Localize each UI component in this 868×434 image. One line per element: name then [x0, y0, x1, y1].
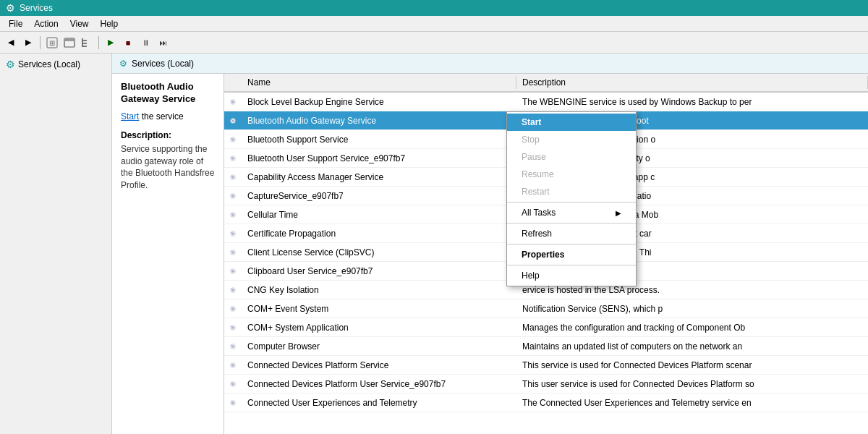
tree-button[interactable]	[79, 35, 95, 51]
pause-button[interactable]: ⏸	[137, 35, 153, 51]
table-row[interactable]: Block Level Backup Engine Service The WB…	[224, 93, 868, 111]
service-name: COM+ Event System	[242, 302, 516, 315]
service-icon-cell	[224, 114, 242, 128]
svg-point-56	[231, 383, 232, 383]
svg-point-20	[231, 157, 232, 158]
svg-point-25	[232, 195, 234, 197]
context-menu-item-stop: Stop	[507, 131, 636, 148]
table-row[interactable]: COM+ Event System Notification Service (…	[224, 299, 868, 318]
th-description[interactable]: Description	[516, 76, 868, 89]
service-icon-cell	[224, 151, 242, 166]
stop-button[interactable]: ■	[120, 35, 136, 51]
context-menu-item-restart: Restart	[507, 183, 636, 200]
svg-point-23	[231, 176, 232, 176]
toolbar: ◀ ▶ ⊞ ▶ ■ ⏸ ⏭	[0, 32, 868, 54]
service-name: Certificate Propagation	[242, 227, 516, 240]
svg-point-41	[231, 289, 232, 289]
context-menu-separator	[507, 265, 636, 265]
service-icon-cell	[224, 226, 242, 241]
service-name: Client License Service (ClipSVC)	[242, 246, 516, 259]
nav-panel: ⚙ Services (Local)	[0, 54, 112, 434]
svg-point-59	[231, 401, 232, 402]
svg-point-35	[231, 251, 232, 252]
service-name: Capability Access Manager Service	[242, 171, 516, 184]
service-icon-cell	[224, 358, 242, 373]
svg-point-43	[232, 307, 234, 310]
service-name: Bluetooth Support Service	[242, 133, 516, 146]
service-icon-cell	[224, 189, 242, 203]
info-panel-desc-label: Description:	[121, 130, 215, 140]
svg-point-44	[231, 307, 232, 308]
context-menu-item-properties[interactable]: Properties	[507, 246, 636, 263]
content-split: Bluetooth Audio Gateway Service Start th…	[112, 74, 868, 434]
restart-button[interactable]: ⏭	[155, 35, 171, 51]
svg-point-29	[231, 213, 232, 214]
breadcrumb: ⚙ Services (Local)	[112, 54, 868, 74]
svg-point-50	[231, 345, 232, 346]
table-header: Name Description	[224, 74, 868, 93]
service-icon-cell	[224, 264, 242, 278]
play-button[interactable]: ▶	[103, 35, 119, 51]
info-panel-desc: Service supporting the audio gateway rol…	[121, 143, 215, 192]
service-icon-cell	[224, 377, 242, 391]
svg-point-13	[232, 119, 234, 122]
table-row[interactable]: Connected Devices Platform User Service_…	[224, 375, 868, 393]
table-row[interactable]: Connected Devices Platform Service This …	[224, 356, 868, 375]
th-icon-col	[224, 76, 242, 89]
context-menu-item-refresh[interactable]: Refresh	[507, 225, 636, 242]
service-icon-cell	[224, 95, 242, 109]
svg-rect-3	[64, 38, 75, 41]
menu-view[interactable]: View	[64, 17, 95, 30]
service-icon-cell	[224, 339, 242, 354]
table-row[interactable]: COM+ System Application Manages the conf…	[224, 318, 868, 337]
menu-file[interactable]: File	[3, 17, 28, 30]
svg-point-58	[232, 401, 234, 404]
svg-point-40	[232, 289, 234, 291]
menu-bar: File Action View Help	[0, 16, 868, 32]
svg-point-46	[232, 326, 234, 328]
svg-point-47	[231, 326, 232, 327]
context-menu-item-start[interactable]: Start	[507, 114, 636, 131]
context-menu-separator	[507, 202, 636, 203]
table-row[interactable]: Computer Browser Maintains an updated li…	[224, 337, 868, 356]
menu-help[interactable]: Help	[95, 17, 124, 30]
service-icon-cell	[224, 320, 242, 335]
service-icon-cell	[224, 283, 242, 297]
svg-point-49	[232, 345, 234, 347]
content-area: ⚙ Services (Local) Bluetooth Audio Gatew…	[112, 54, 868, 434]
nav-services-local[interactable]: ⚙ Services (Local)	[0, 56, 111, 72]
info-panel: Bluetooth Audio Gateway Service Start th…	[112, 74, 224, 434]
svg-point-53	[231, 364, 232, 365]
svg-point-16	[232, 138, 234, 140]
show-hide-button[interactable]	[61, 35, 77, 51]
service-icon-cell	[224, 170, 242, 184]
service-name: Connected User Experiences and Telemetry	[242, 396, 516, 409]
context-menu-item-all-tasks[interactable]: All Tasks▶	[507, 204, 636, 221]
breadcrumb-icon: ⚙	[119, 59, 127, 69]
title-text: Services	[20, 3, 53, 13]
svg-point-31	[232, 232, 234, 234]
info-panel-link-suffix: the service	[139, 111, 183, 122]
service-name: Bluetooth User Support Service_e907fb7	[242, 152, 516, 165]
service-name: Block Level Backup Engine Service	[242, 95, 516, 109]
toolbar-sep-1	[40, 36, 41, 49]
service-desc: Notification Service (SENS), which p	[516, 302, 868, 315]
svg-point-14	[231, 119, 232, 120]
service-icon-cell	[224, 302, 242, 316]
info-panel-link-row: Start the service	[121, 111, 215, 122]
service-icon-cell	[224, 208, 242, 222]
th-name[interactable]: Name	[242, 76, 516, 89]
menu-action[interactable]: Action	[28, 17, 64, 30]
nav-icon: ⚙	[6, 59, 15, 70]
app-icon: ⚙	[6, 2, 15, 14]
service-name: Cellular Time	[242, 208, 516, 221]
context-menu-item-help[interactable]: Help	[507, 267, 636, 284]
table-row[interactable]: Connected User Experiences and Telemetry…	[224, 393, 868, 412]
back-button[interactable]: ◀	[3, 35, 19, 51]
up-button[interactable]: ⊞	[44, 35, 60, 51]
start-service-link[interactable]: Start	[121, 111, 139, 122]
service-desc: This user service is used for Connected …	[516, 378, 868, 391]
context-menu-separator	[507, 244, 636, 244]
context-menu-item-pause: Pause	[507, 148, 636, 166]
forward-button[interactable]: ▶	[20, 35, 36, 51]
